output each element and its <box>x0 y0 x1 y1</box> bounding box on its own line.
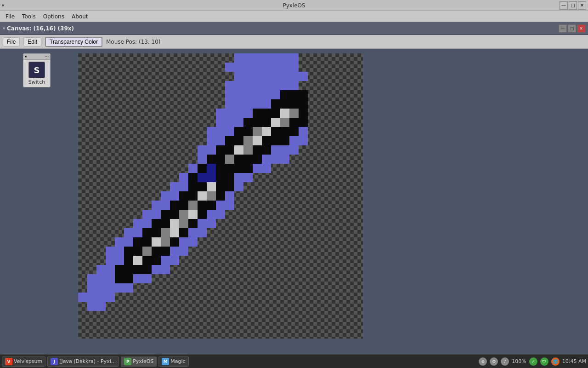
subwin-maximize[interactable]: □ <box>568 24 576 33</box>
switch-tool-button[interactable]: S <box>28 62 45 78</box>
menu-options[interactable]: Options <box>40 12 68 21</box>
taskbar-velvispsum[interactable]: V Velvispsum <box>2 356 45 367</box>
taskbar-right: ⊕ ⚙ ♪ 100% ✓ 🛡 🌐 10:45 AM <box>479 357 586 366</box>
pixel-canvas[interactable] <box>78 53 363 339</box>
menu-file[interactable]: File <box>2 12 18 21</box>
titlebar-controls: — □ ✕ <box>560 0 586 11</box>
canvas-area[interactable] <box>74 49 588 354</box>
network-icon: ⊕ <box>479 357 487 366</box>
java-icon: J <box>51 358 58 365</box>
transparency-color-button[interactable]: Transparency Color <box>45 37 102 47</box>
settings-icon: ⚙ <box>490 357 498 366</box>
subwindow-titlebar: ▾ Canvas: (16,16) (39x) — □ ✕ <box>0 22 588 35</box>
maximize-button[interactable]: □ <box>569 1 577 10</box>
switch-tool-widget: ▾ ··· S Switch <box>23 53 51 87</box>
titlebar: ▾ PyxleOS — □ ✕ <box>0 0 588 11</box>
titlebar-arrow[interactable]: ▾ <box>2 3 4 8</box>
titlebar-left: ▾ <box>2 0 4 11</box>
sound-icon: ♪ <box>501 357 509 366</box>
file-menu-button[interactable]: File <box>3 37 20 46</box>
subwin-minimize[interactable]: — <box>559 24 567 33</box>
subwindow-controls: — □ ✕ <box>559 24 585 33</box>
time-label: 10:45 AM <box>562 358 586 364</box>
magic-label: Magic <box>170 358 185 364</box>
pyxleos-icon: P <box>124 358 131 365</box>
shield-icon: 🛡 <box>540 357 548 366</box>
velvispsum-icon: V <box>5 358 12 365</box>
subwindow-title: Canvas: (16,16) (39x) <box>7 25 74 32</box>
subwindow-arrow[interactable]: ▾ <box>3 26 5 31</box>
menu-about[interactable]: About <box>68 12 91 21</box>
switch-tool-name: Switch <box>28 79 45 85</box>
magic-icon: M <box>162 358 169 365</box>
subwin-close[interactable]: ✕ <box>577 24 585 33</box>
mouse-pos-label: Mouse Pos: (13, 10) <box>106 39 161 45</box>
minimize-button[interactable]: — <box>560 1 568 10</box>
antivirus-icon: ✓ <box>529 357 537 366</box>
menu-tools[interactable]: Tools <box>18 12 40 21</box>
left-panel: ▾ ··· S Switch <box>0 49 74 354</box>
taskbar: V Velvispsum J [Java (Dakkra) - Pyxl... … <box>0 354 588 368</box>
taskbar-java[interactable]: J [Java (Dakkra) - Pyxl... <box>47 356 119 367</box>
battery-label: 100% <box>512 358 526 364</box>
tool-header-arrow: ▾ <box>25 54 27 59</box>
menubar: File Tools Options About <box>0 11 588 22</box>
close-button[interactable]: ✕ <box>578 1 586 10</box>
taskbar-magic[interactable]: M Magic <box>158 356 188 367</box>
app-title: PyxleOS <box>283 2 305 9</box>
tool-widget-header: ▾ ··· <box>23 54 50 60</box>
velvispsum-label: Velvispsum <box>14 358 42 364</box>
pyxleos-label: PyxleOS <box>133 358 153 364</box>
edit-menu-button[interactable]: Edit <box>23 37 41 46</box>
switch-tool-letter: S <box>34 65 40 75</box>
taskbar-pyxleos[interactable]: P PyxleOS <box>121 356 157 367</box>
main-area: ▾ ··· S Switch <box>0 49 588 354</box>
toolbar: File Edit Transparency Color Mouse Pos: … <box>0 35 588 49</box>
tool-header-dots: ··· <box>45 54 49 59</box>
subwindow-title-left: ▾ Canvas: (16,16) (39x) <box>3 25 74 32</box>
java-label: [Java (Dakkra) - Pyxl... <box>59 358 116 364</box>
browser-icon: 🌐 <box>551 357 560 366</box>
